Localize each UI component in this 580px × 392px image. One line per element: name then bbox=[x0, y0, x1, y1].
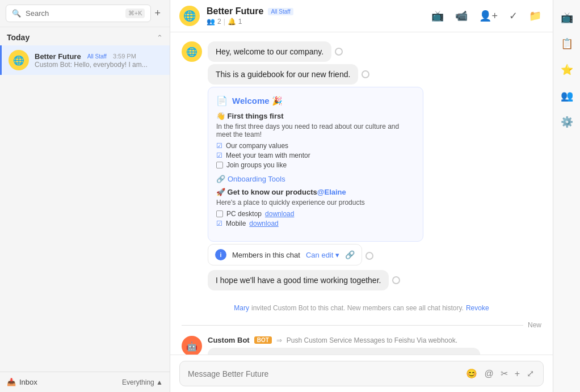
bot-forward-text: Push Custom Service Messages to Feishu V… bbox=[287, 336, 457, 344]
inbox-icon: 📥 bbox=[7, 378, 16, 386]
avatar-better-future: 🌐 bbox=[9, 50, 29, 70]
can-edit-label: Can edit bbox=[306, 251, 333, 259]
chat-time: 3:59 PM bbox=[113, 53, 136, 60]
main-chat: 🌐 Better Future All Staff 👥 2 | 🔔 1 📺 📹 … bbox=[170, 0, 553, 392]
system-message: Mary invited Custom Bot to this chat. Ne… bbox=[182, 300, 541, 317]
bot-avatar: 🤖 bbox=[182, 336, 202, 355]
message-text-1: Hey, welcome to our company. bbox=[216, 47, 323, 56]
everything-arrow-icon: ▲ bbox=[156, 378, 163, 386]
link-icon: 🔗 bbox=[216, 175, 225, 183]
doc-item-4: PC desktop download bbox=[216, 210, 415, 218]
doc-section-subtitle-2: Here's a place to quickly experience our… bbox=[216, 199, 415, 206]
search-bar[interactable]: 🔍 Search ⌘+K bbox=[6, 5, 151, 22]
section-today-header: Today ⌃ bbox=[0, 27, 170, 45]
bot-message-bubble: Hello, everybody! I am a bot and my name… bbox=[208, 348, 480, 355]
new-messages-divider: New bbox=[182, 319, 541, 334]
section-today-title: Today bbox=[7, 33, 30, 42]
chat-item-better-future[interactable]: 🌐 Better Future All Staff 3:59 PM Custom… bbox=[0, 45, 170, 75]
header-tag: All Staff bbox=[268, 8, 293, 15]
checkbox-empty-icon-2 bbox=[216, 210, 223, 217]
members-bar: i Members in this chat Can edit ▾ 🔗 bbox=[208, 244, 362, 265]
doc-icon: 📄 bbox=[216, 95, 228, 106]
system-msg-text: invited Custom Bot to this chat. New mem… bbox=[251, 304, 464, 312]
forward-icon: ⇒ bbox=[276, 336, 282, 344]
right-screen-share-button[interactable]: 📺 bbox=[556, 7, 578, 28]
onboarding-tools-link[interactable]: 🔗 Onboarding Tools bbox=[216, 175, 415, 183]
message-group-bot: 🤖 Custom Bot BOT ⇒ Push Custom Service M… bbox=[182, 336, 541, 355]
right-list-button[interactable]: 📋 bbox=[556, 33, 578, 54]
doc-section-title-2: 🚀 Get to know our products@Elaine bbox=[216, 188, 415, 196]
members-icon: 👥 bbox=[207, 18, 215, 26]
checkbox-checked-icon-3: ☑ bbox=[216, 220, 222, 227]
system-msg-user-link[interactable]: Mary bbox=[234, 304, 249, 312]
add-button[interactable]: + bbox=[514, 368, 521, 380]
emoji-button[interactable]: 😊 bbox=[465, 367, 478, 380]
header-avatar: 🌐 bbox=[179, 6, 200, 26]
doc-section-1: 👋 First things first In the first three … bbox=[216, 112, 415, 169]
new-chat-button[interactable]: + bbox=[151, 6, 164, 20]
doc-card: 📄 Welcome 🎉 👋 First things first In the … bbox=[208, 87, 423, 242]
doc-section-title-1: 👋 First things first bbox=[216, 112, 415, 120]
bot-name: Custom Bot bbox=[208, 336, 250, 344]
can-edit-button[interactable]: Can edit ▾ bbox=[306, 251, 339, 259]
input-box: 😊 @ ✂ + ⤢ bbox=[179, 361, 544, 386]
header-actions: 📺 📹 👤+ ✓ 📁 bbox=[429, 7, 544, 24]
doc-item-2: ☑ Meet your team with mentor bbox=[216, 151, 415, 159]
search-shortcut: ⌘+K bbox=[125, 9, 145, 18]
screen-share-button[interactable]: 📺 bbox=[429, 7, 446, 24]
everything-button[interactable]: Everything ▲ bbox=[122, 378, 163, 386]
copy-link-icon[interactable]: 🔗 bbox=[345, 250, 355, 259]
message-input[interactable] bbox=[188, 369, 459, 378]
chat-name: Better Future bbox=[35, 52, 81, 61]
bubble-row-3: I hope we'll have a good time working to… bbox=[208, 270, 541, 290]
message-bubble-2: This is a guidebook for our new friend. bbox=[208, 64, 358, 85]
sidebar-footer: 📥 Inbox Everything ▲ bbox=[0, 372, 170, 392]
right-settings-button[interactable]: ⚙️ bbox=[556, 111, 578, 133]
mobile-download-link[interactable]: download bbox=[249, 220, 278, 227]
message-text-2: This is a guidebook for our new friend. bbox=[216, 70, 350, 79]
doc-item-5: ☑ Mobile download bbox=[216, 220, 415, 227]
archive-button[interactable]: 📁 bbox=[527, 7, 544, 24]
mention-button[interactable]: @ bbox=[483, 368, 494, 380]
add-member-button[interactable]: 👤+ bbox=[477, 7, 500, 24]
doc-section-2: 🚀 Get to know our products@Elaine Here's… bbox=[216, 188, 415, 227]
doc-item-3: Join groups you like bbox=[216, 161, 415, 169]
reminder-icon: 🔔 bbox=[228, 18, 236, 26]
video-call-button[interactable]: 📹 bbox=[453, 7, 470, 24]
message-radio-1[interactable] bbox=[335, 48, 343, 56]
messages-container: 🌐 Hey, welcome to our company. This is a… bbox=[170, 32, 553, 355]
bot-message-text: Hello, everybody! I am a bot and my name… bbox=[216, 353, 459, 355]
header-info: Better Future All Staff 👥 2 | 🔔 1 bbox=[207, 6, 422, 26]
check-button[interactable]: ✓ bbox=[507, 7, 520, 24]
messages-column: Hey, welcome to our company. This is a g… bbox=[208, 41, 541, 293]
message-radio-2[interactable] bbox=[362, 70, 369, 78]
message-radio-3[interactable] bbox=[392, 276, 400, 284]
doc-item-text-2: Meet your team with mentor bbox=[226, 151, 310, 159]
message-bubble-1: Hey, welcome to our company. bbox=[208, 41, 331, 62]
doc-title: Welcome 🎉 bbox=[232, 96, 283, 106]
members-info-icon: i bbox=[215, 249, 226, 260]
doc-item-text-3: Join groups you like bbox=[226, 161, 287, 169]
reminder-count: 1 bbox=[238, 18, 242, 26]
input-area: 😊 @ ✂ + ⤢ bbox=[170, 355, 553, 392]
checkbox-empty-icon bbox=[216, 162, 223, 168]
doc-item-1: ☑ Our company values bbox=[216, 142, 415, 150]
inbox-button[interactable]: 📥 Inbox bbox=[7, 378, 37, 386]
divider-line-left bbox=[182, 325, 523, 326]
pc-download-link[interactable]: download bbox=[265, 210, 294, 218]
right-group-button[interactable]: 👥 bbox=[556, 85, 578, 107]
bubble-row-2: This is a guidebook for our new friend. bbox=[208, 64, 541, 85]
search-icon: 🔍 bbox=[12, 9, 21, 18]
message-group-1: 🌐 Hey, welcome to our company. This is a… bbox=[182, 41, 541, 293]
message-bubble-3: I hope we'll have a good time working to… bbox=[208, 270, 389, 290]
can-edit-chevron-icon: ▾ bbox=[335, 251, 339, 259]
expand-button[interactable]: ⤢ bbox=[526, 367, 535, 380]
sidebar-search-area: 🔍 Search ⌘+K + bbox=[0, 0, 170, 27]
scissors-button[interactable]: ✂ bbox=[499, 367, 509, 380]
collapse-section-button[interactable]: ⌃ bbox=[157, 33, 163, 42]
doc-item-text-1: Our company values bbox=[226, 142, 288, 150]
members-bar-radio[interactable] bbox=[365, 252, 373, 260]
revoke-link[interactable]: Revoke bbox=[466, 304, 489, 312]
right-star-button[interactable]: ⭐ bbox=[556, 59, 578, 81]
sidebar: 🔍 Search ⌘+K + Today ⌃ 🌐 Better Future A… bbox=[0, 0, 170, 392]
